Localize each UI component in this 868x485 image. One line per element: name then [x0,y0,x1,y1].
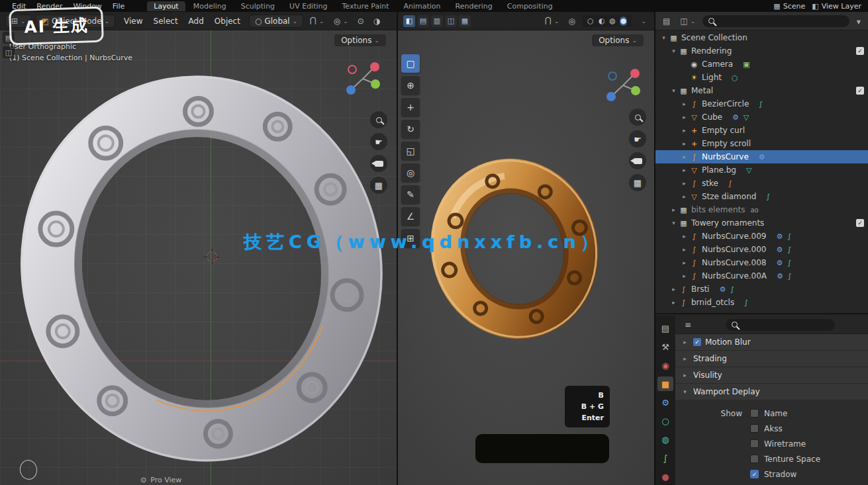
modifier-badge-icon[interactable] [766,193,770,201]
outliner-row[interactable]: NurbsCurve.00A [655,269,868,283]
properties-section-header[interactable]: Motion Blur [675,334,868,351]
workspace-tab[interactable]: Modeling [187,1,233,11]
viewport-menu-item[interactable]: Select [149,15,183,27]
tool-button[interactable]: ∠ [401,207,420,226]
disclosure-caret[interactable] [669,220,678,226]
viewport-header-icon[interactable]: ◫ [445,15,457,27]
camera-view-button[interactable] [370,155,387,172]
property-checkbox[interactable] [750,439,759,448]
pan-button[interactable] [629,130,646,148]
section-caret[interactable] [681,339,689,345]
workspace-tab[interactable]: Compositing [501,1,559,11]
disclosure-caret[interactable] [669,87,678,94]
navigation-gizmo[interactable] [344,60,382,98]
grid-view-button[interactable] [629,174,646,191]
object-name[interactable]: NurbsCurve.00A [702,271,767,281]
snap-toggle[interactable] [307,15,326,27]
object-name[interactable]: Empty scroll [702,139,751,148]
tool-button[interactable]: ◎ [401,163,420,182]
property-checkbox[interactable] [750,455,759,463]
disclosure-caret[interactable] [680,140,689,147]
properties-tab[interactable]: ○ [657,414,673,428]
outliner-row[interactable]: Metal [655,84,868,97]
overlays-toggle[interactable] [371,15,383,27]
object-name[interactable]: Brsti [691,285,709,294]
shading-mode-button[interactable]: ◐ [598,17,606,26]
properties-section-header[interactable]: Strading [675,351,868,367]
gizmo-y-axis[interactable] [631,86,640,95]
viewport-header-icon[interactable]: ◧ [403,15,415,27]
modifier-badge-icon[interactable] [759,100,763,109]
exclude-checkbox[interactable] [856,47,864,55]
shading-mode-button[interactable]: ● [620,17,628,26]
properties-section-header[interactable]: Visulity [675,367,868,384]
outliner-row[interactable]: Empty curl [655,124,868,137]
outliner-row[interactable]: NurbsCurve.008 [655,256,868,269]
modifier-badge-icon[interactable] [743,60,749,69]
tool-button[interactable]: ✎ [401,185,420,204]
outliner-row[interactable]: Brsti [655,283,868,296]
disclosure-caret[interactable] [680,259,689,266]
disclosure-caret[interactable] [669,286,678,292]
outliner-row[interactable]: Towery ornaments [655,216,868,230]
outliner-row[interactable]: BezierCircle [655,97,868,110]
modifier-badge-icon[interactable] [777,232,783,241]
modifier-badge-icon[interactable] [728,179,732,188]
object-name[interactable]: stke [702,179,718,188]
outliner-row[interactable]: bits elements ao [655,203,868,216]
section-caret[interactable] [681,372,689,378]
outliner-row[interactable]: brnid_otcls [655,296,868,309]
disclosure-caret[interactable] [669,48,678,54]
disclosure-caret[interactable] [680,114,689,120]
workspace-tab[interactable]: Sculpting [234,1,281,11]
viewport-header-icon[interactable]: ▤ [417,15,429,27]
object-name[interactable]: NurbsCurve.000 [702,245,767,254]
viewport-menu-item[interactable]: Add [184,15,209,27]
viewport-left-canvas[interactable]: User Orthographic (1) Scene Collection |… [0,30,397,485]
gizmo-neg-axis[interactable] [608,72,616,80]
outliner-row[interactable]: NurbsCurve [655,150,868,163]
zoom-button[interactable] [629,109,646,126]
tool-button[interactable]: ◱ [401,142,420,160]
disclosure-caret[interactable] [680,127,689,134]
property-checkbox[interactable] [750,409,759,418]
disclosure-caret[interactable] [680,101,689,107]
disclosure-caret[interactable] [680,167,689,173]
scene-selector[interactable]: Scene [773,2,805,11]
data-badge-icon[interactable] [788,272,792,281]
tool-button[interactable]: + [401,98,420,116]
viewport-right-canvas[interactable]: ▢⊕+↻◱◎✎∠⊞ Options BB + GEnter [398,30,654,485]
gizmo-z-axis[interactable] [606,92,616,101]
shading-mode-button[interactable]: ◍ [608,17,616,26]
object-name[interactable]: bits elements [691,205,745,214]
data-badge-icon[interactable] [787,259,791,267]
disclosure-caret[interactable] [669,299,678,306]
gizmo-x-axis[interactable] [630,69,640,78]
data-badge-icon[interactable] [787,245,791,254]
outliner-row[interactable]: Plane.bg [655,163,868,177]
modifier-badge-icon[interactable] [759,153,765,161]
properties-search[interactable] [726,319,835,331]
disclosure-caret[interactable] [680,180,689,187]
gizmo-y-axis[interactable] [371,79,380,89]
object-name[interactable]: NurbsCurve [702,152,749,161]
topbar-menu-item[interactable]: File [107,2,130,11]
outliner-row[interactable]: Rendering [655,44,868,58]
outliner-row[interactable]: stke [655,177,868,190]
disclosure-caret[interactable] [680,193,689,200]
tool-button[interactable]: ↻ [401,120,420,138]
properties-section-header[interactable]: Wamport Deplay [675,384,868,400]
object-name[interactable]: brnid_otcls [691,298,734,307]
gizmo-neg-axis[interactable] [348,66,356,73]
proportional-editing-toggle[interactable] [566,15,578,27]
outliner-row[interactable]: Stze diamond [655,190,868,203]
orientation-selector[interactable]: Global [249,15,303,28]
object-name[interactable]: Light [702,73,722,82]
options-dropdown[interactable]: Options [334,34,386,46]
data-badge-icon[interactable] [730,285,734,294]
data-badge-icon[interactable] [744,113,749,122]
workspace-tab[interactable]: Rendering [449,1,499,11]
exclude-checkbox[interactable] [856,219,864,227]
object-name[interactable]: NurbsCurve.008 [702,258,767,267]
object-name[interactable]: Cube [702,112,722,122]
